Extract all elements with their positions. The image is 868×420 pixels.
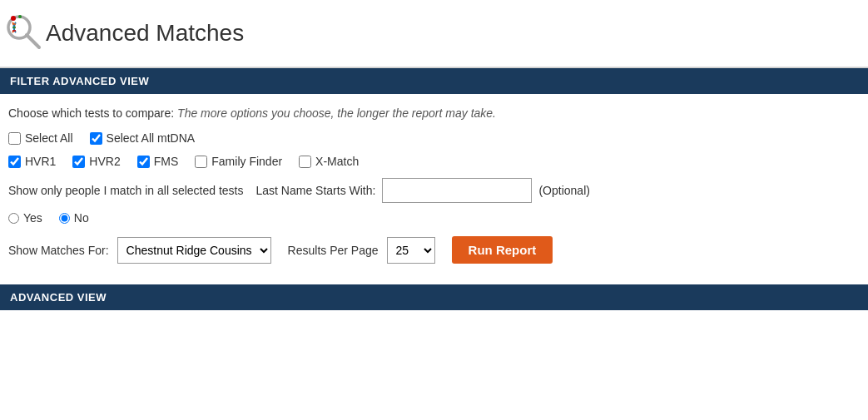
checkbox-family-finder[interactable]: Family Finder (195, 155, 282, 168)
svg-point-6 (18, 15, 22, 18)
family-finder-label[interactable]: Family Finder (211, 155, 282, 168)
filter-bar-label: FILTER ADVANCED VIEW (10, 75, 149, 87)
fms-label[interactable]: FMS (154, 155, 179, 168)
checkbox-x-match[interactable]: X-Match (299, 155, 359, 168)
run-report-button[interactable]: Run Report (452, 236, 553, 264)
no-radio[interactable] (59, 213, 70, 224)
results-per-page-label: Results Per Page (288, 244, 379, 257)
radio-row: Yes No (8, 211, 860, 225)
checkbox-fms[interactable]: FMS (137, 155, 179, 168)
page-header: Advanced Matches (0, 0, 868, 67)
checkbox-hvr2[interactable]: HVR2 (72, 155, 120, 168)
results-per-page-select[interactable]: 10 25 50 100 (387, 237, 435, 264)
choose-text-sub: The more options you choose, the longer … (177, 106, 496, 120)
radio-no[interactable]: No (59, 211, 89, 225)
advanced-view-label: ADVANCED VIEW (10, 291, 107, 304)
svg-point-5 (11, 16, 16, 21)
advanced-view-bar: ADVANCED VIEW (0, 284, 868, 310)
select-all-checkbox[interactable] (8, 132, 21, 145)
x-match-checkbox[interactable] (299, 156, 311, 168)
hvr1-checkbox[interactable] (8, 156, 21, 168)
select-all-label[interactable]: Select All (25, 131, 73, 145)
checkboxes-row1: Select All Select All mtDNA (8, 131, 860, 145)
checkbox-select-all-mtdna[interactable]: Select All mtDNA (90, 131, 196, 145)
yes-label[interactable]: Yes (23, 211, 42, 225)
filter-bar: FILTER ADVANCED VIEW (0, 68, 868, 94)
show-matches-row: Show Matches For: Chestnut Ridge Cousins… (8, 236, 860, 264)
hvr1-label[interactable]: HVR1 (25, 155, 56, 168)
checkbox-select-all[interactable]: Select All (8, 131, 73, 145)
choose-text-main: Choose which tests to compare: (8, 106, 174, 120)
optional-label: (Optional) (538, 184, 589, 197)
yes-radio[interactable] (8, 213, 19, 224)
choose-text: Choose which tests to compare: The more … (8, 106, 860, 120)
checkbox-hvr1[interactable]: HVR1 (8, 155, 56, 168)
x-match-label[interactable]: X-Match (315, 155, 359, 168)
checkboxes-row2: HVR1 HVR2 FMS Family Finder X-Match (8, 155, 860, 168)
filter-section: Choose which tests to compare: The more … (0, 94, 868, 276)
last-name-input[interactable] (382, 178, 532, 203)
show-matches-label: Show Matches For: (8, 244, 109, 257)
select-all-mtdna-label[interactable]: Select All mtDNA (107, 131, 196, 145)
last-name-group: Last Name Starts With: (Optional) (256, 178, 590, 203)
show-only-label: Show only people I match in all selected… (8, 184, 244, 197)
radio-yes[interactable]: Yes (8, 211, 42, 225)
hvr2-label[interactable]: HVR2 (89, 155, 120, 168)
no-label[interactable]: No (74, 211, 89, 225)
family-finder-checkbox[interactable] (195, 156, 207, 168)
last-name-label: Last Name Starts With: (256, 184, 376, 197)
svg-line-1 (27, 35, 39, 47)
show-matches-select[interactable]: Chestnut Ridge Cousins Option 2 (117, 237, 271, 264)
page-title: Advanced Matches (46, 20, 244, 47)
logo-icon (4, 12, 46, 54)
fms-checkbox[interactable] (137, 156, 150, 168)
select-all-mtdna-checkbox[interactable] (90, 132, 102, 145)
hvr2-checkbox[interactable] (72, 156, 85, 168)
show-only-row: Show only people I match in all selected… (8, 178, 860, 203)
